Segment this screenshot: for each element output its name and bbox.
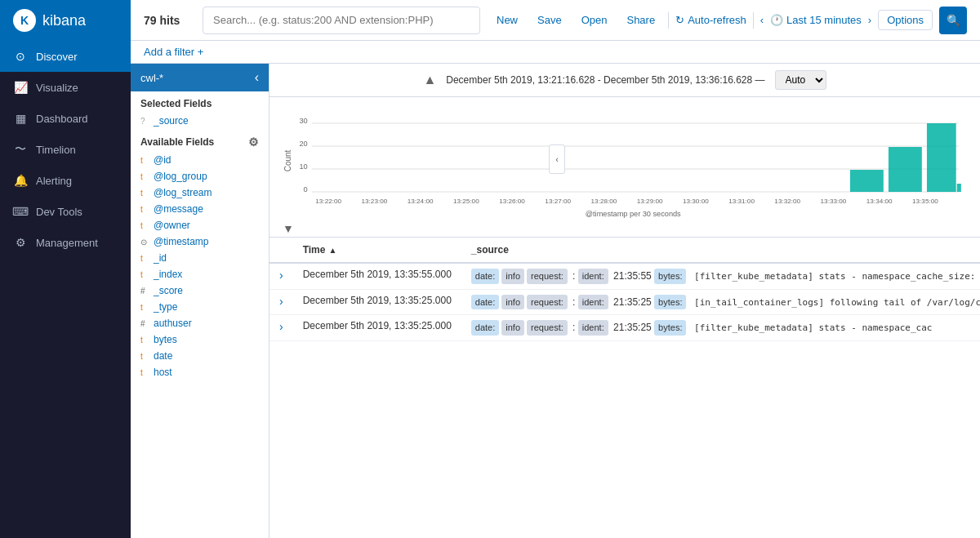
hits-count: 79 hits [144, 14, 193, 27]
date-badge: date: [471, 269, 499, 284]
save-button[interactable]: Save [531, 11, 568, 29]
devtools-icon: ⌨ [13, 204, 28, 219]
time-col-header[interactable]: Time ▲ [293, 238, 461, 263]
source-cell: date:inforequest: : ident: 21:35:25 byte… [461, 289, 980, 315]
timelion-icon: 〜 [13, 142, 28, 157]
available-fields-header: Available Fields ⚙ [131, 129, 269, 152]
field-item[interactable]: t@log_stream [131, 185, 269, 201]
field-name: @id [154, 154, 172, 166]
svg-rect-12 [957, 184, 961, 192]
svg-text:13:30:00: 13:30:00 [683, 198, 709, 205]
sidebar-item-timelion[interactable]: 〜 Timelion [0, 134, 131, 165]
field-item[interactable]: t@log_group [131, 168, 269, 185]
expand-row-button[interactable]: › [279, 269, 283, 282]
ident-badge: ident: [578, 320, 608, 336]
refresh-icon: ↻ [675, 14, 684, 26]
table-row: › December 5th 2019, 13:35:25.000 date:i… [270, 289, 980, 315]
sidebar-item-label: Timelion [36, 144, 76, 156]
date-badge: date: [471, 320, 499, 336]
field-item[interactable]: tdate [131, 348, 269, 364]
field-item[interactable]: t_index [131, 266, 269, 282]
date-range-label: December 5th 2019, 13:21:16.628 - Decemb… [446, 74, 764, 86]
time-range-button[interactable]: 🕐 Last 15 minutes [770, 14, 862, 26]
logo: K kibana [0, 0, 131, 41]
svg-text:Count: Count [283, 149, 292, 171]
field-name: date [154, 350, 172, 362]
field-item-source[interactable]: ? _source [131, 113, 269, 129]
panel-collapse-button[interactable]: ‹ [549, 145, 565, 174]
search-submit-button[interactable]: 🔍 [939, 7, 967, 34]
svg-text:13:31:00: 13:31:00 [728, 198, 755, 205]
sidebar-item-visualize[interactable]: 📈 Visualize [0, 72, 131, 103]
field-name: _type [154, 301, 177, 313]
field-type-icon: ⊙ [140, 238, 149, 247]
bytes-badge: bytes: [654, 295, 686, 310]
options-button[interactable]: Options [878, 10, 933, 30]
management-icon: ⚙ [13, 235, 28, 250]
field-item[interactable]: t_id [131, 250, 269, 266]
svg-text:@timestamp per 30 seconds: @timestamp per 30 seconds [586, 210, 681, 218]
dashboard-icon: ▦ [13, 111, 28, 126]
sidebar-item-management[interactable]: ⚙ Management [0, 227, 131, 258]
alerting-icon: 🔔 [13, 173, 28, 188]
field-type-icon: t [140, 221, 149, 230]
open-button[interactable]: Open [575, 11, 614, 29]
request-badge: request: [527, 295, 568, 310]
field-item[interactable]: t@owner [131, 217, 269, 233]
expand-row-button[interactable]: › [279, 295, 283, 308]
field-type-icon: t [140, 189, 149, 198]
field-item[interactable]: #_score [131, 282, 269, 299]
search-input[interactable] [203, 7, 480, 34]
sidebar-item-devtools[interactable]: ⌨ Dev Tools [0, 196, 131, 227]
svg-rect-10 [889, 147, 922, 192]
field-name: @log_group [154, 171, 207, 182]
field-item[interactable]: thost [131, 364, 269, 380]
time-range-forward-button[interactable]: › [868, 14, 871, 26]
sidebar-item-label: Discover [36, 51, 78, 63]
field-item[interactable]: t@message [131, 201, 269, 217]
interval-select[interactable]: Auto [775, 70, 826, 90]
expand-row-button[interactable]: › [279, 320, 283, 333]
field-item[interactable]: ⊙@timestamp [131, 233, 269, 250]
share-button[interactable]: Share [620, 11, 662, 29]
topbar-divider [668, 12, 669, 29]
bytes-badge: bytes: [654, 320, 686, 336]
table-row: › December 5th 2019, 13:35:55.000 date:i… [270, 263, 980, 289]
svg-text:13:26:00: 13:26:00 [499, 198, 525, 205]
field-item[interactable]: t@id [131, 152, 269, 168]
svg-text:13:34:00: 13:34:00 [866, 198, 893, 205]
topbar-actions: New Save Open Share ↻ Auto-refresh ‹ 🕐 L… [490, 7, 967, 34]
chart-collapse-up-button[interactable]: ▲ [423, 73, 436, 87]
svg-text:13:24:00: 13:24:00 [408, 198, 434, 205]
gear-icon[interactable]: ⚙ [248, 136, 259, 149]
chart-collapse-down-button[interactable]: ▼ [283, 222, 294, 235]
sidebar-item-alerting[interactable]: 🔔 Alerting [0, 165, 131, 196]
svg-text:13:25:00: 13:25:00 [453, 198, 479, 205]
sidebar-item-dashboard[interactable]: ▦ Dashboard [0, 103, 131, 134]
sidebar-item-discover[interactable]: ⊙ Discover [0, 41, 131, 72]
sidebar-item-label: Visualize [36, 82, 78, 94]
time-cell: December 5th 2019, 13:35:25.000 [293, 315, 461, 341]
main-content: 79 hits New Save Open Share ↻ Auto-refre… [131, 0, 980, 538]
new-button[interactable]: New [490, 11, 524, 29]
field-item[interactable]: t_type [131, 299, 269, 315]
kibana-logo-text: kibana [42, 12, 86, 29]
field-item[interactable]: tbytes [131, 331, 269, 348]
sort-icon: ▲ [328, 246, 336, 255]
svg-text:13:35:00: 13:35:00 [912, 198, 938, 205]
selected-fields-header: Selected Fields [131, 91, 269, 113]
date-badge: date: [471, 295, 499, 310]
field-type-icon: t [140, 205, 149, 214]
add-filter-button[interactable]: Add a filter + [144, 46, 203, 58]
filter-bar: Add a filter + [131, 41, 980, 64]
field-type-icon: t [140, 270, 149, 279]
auto-refresh-button[interactable]: ↻ Auto-refresh [675, 14, 746, 26]
collapse-panel-button[interactable]: ‹ [255, 70, 259, 85]
auto-refresh-label: Auto-refresh [688, 14, 746, 26]
time-range-back-button[interactable]: ‹ [760, 14, 764, 26]
field-type-icon: t [140, 172, 149, 181]
svg-text:13:27:00: 13:27:00 [545, 198, 571, 205]
svg-text:0: 0 [304, 185, 308, 193]
field-item[interactable]: #authuser [131, 315, 269, 331]
expand-cell: › [270, 315, 293, 341]
